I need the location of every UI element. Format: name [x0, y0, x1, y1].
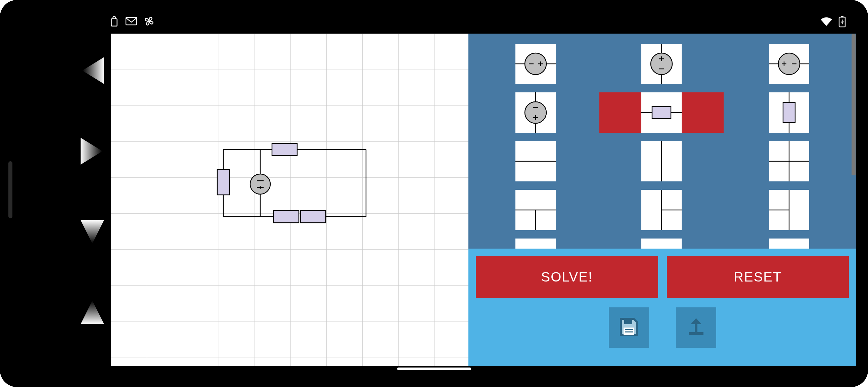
nav-arrow-right[interactable] — [77, 135, 107, 168]
home-indicator[interactable] — [397, 367, 471, 370]
palette-more-2[interactable] — [641, 239, 682, 248]
svg-marker-4 — [81, 138, 102, 165]
palette-selection-highlight — [599, 92, 723, 133]
svg-rect-15 — [217, 170, 229, 195]
svg-point-32 — [651, 53, 672, 75]
nav-arrow-down[interactable] — [77, 215, 107, 248]
nav-arrow-left[interactable] — [77, 54, 107, 87]
wifi-icon — [820, 17, 833, 27]
svg-rect-60 — [689, 332, 704, 335]
palette-source-v[interactable] — [516, 92, 556, 133]
save-icon — [618, 316, 640, 339]
fan-icon — [144, 16, 155, 27]
palette-resistor-v[interactable] — [769, 92, 809, 133]
svg-rect-56 — [624, 319, 632, 324]
palette-resistor-h[interactable] — [641, 92, 682, 133]
palette-more-3[interactable] — [769, 239, 809, 248]
palette-wire-t-left[interactable] — [641, 190, 682, 230]
svg-rect-61 — [695, 323, 698, 332]
svg-marker-5 — [81, 220, 104, 243]
palette-wire-cross[interactable] — [769, 141, 809, 181]
load-button[interactable] — [676, 307, 716, 348]
svg-rect-9 — [301, 211, 326, 223]
status-bar: 9:07 — [70, 10, 856, 34]
svg-rect-41 — [652, 107, 671, 119]
palette-wire-t-right[interactable] — [769, 190, 809, 230]
svg-rect-57 — [624, 328, 634, 335]
palette-wire-h[interactable] — [516, 141, 556, 181]
palette-wire-v[interactable] — [641, 141, 682, 181]
right-panel: SOLVE! RESET — [468, 34, 856, 366]
circuit-drawing — [111, 34, 468, 366]
app-body: SOLVE! RESET — [111, 34, 856, 366]
svg-point-11 — [250, 174, 270, 194]
svg-rect-0 — [126, 18, 137, 25]
battery-icon — [838, 16, 846, 28]
palette-source-v2[interactable] — [641, 44, 682, 84]
component-palette — [468, 34, 856, 248]
nav-arrow-up[interactable] — [77, 296, 107, 329]
svg-rect-8 — [272, 144, 297, 155]
palette-scrollbar[interactable] — [851, 34, 856, 175]
speaker-grill — [8, 161, 12, 218]
screen: 9:07 — [70, 10, 856, 366]
actions-panel: SOLVE! RESET — [468, 248, 856, 366]
palette-source-h[interactable] — [516, 44, 556, 84]
icon-button-row — [468, 307, 856, 348]
upload-icon — [685, 316, 707, 339]
svg-marker-62 — [691, 318, 702, 324]
palette-more-1[interactable] — [516, 239, 556, 248]
status-icons-right — [820, 16, 846, 28]
palette-source-h2[interactable] — [769, 44, 809, 84]
svg-rect-2 — [841, 16, 843, 17]
svg-point-44 — [778, 53, 800, 75]
svg-marker-3 — [82, 57, 104, 84]
solve-button[interactable]: SOLVE! — [476, 256, 658, 298]
nav-arrow-column — [70, 10, 111, 366]
svg-rect-50 — [783, 102, 795, 123]
svg-rect-10 — [274, 211, 299, 223]
reset-button[interactable]: RESET — [667, 256, 849, 298]
palette-wire-t-down[interactable] — [516, 190, 556, 230]
save-button[interactable] — [609, 307, 649, 348]
mail-icon — [125, 17, 137, 26]
svg-marker-6 — [81, 301, 104, 324]
phone-frame: 9:07 — [0, 0, 868, 387]
svg-point-17 — [525, 53, 546, 75]
svg-point-23 — [525, 102, 546, 123]
action-button-row: SOLVE! RESET — [476, 256, 849, 298]
status-icons-left — [109, 16, 155, 27]
circuit-canvas[interactable] — [111, 34, 468, 366]
